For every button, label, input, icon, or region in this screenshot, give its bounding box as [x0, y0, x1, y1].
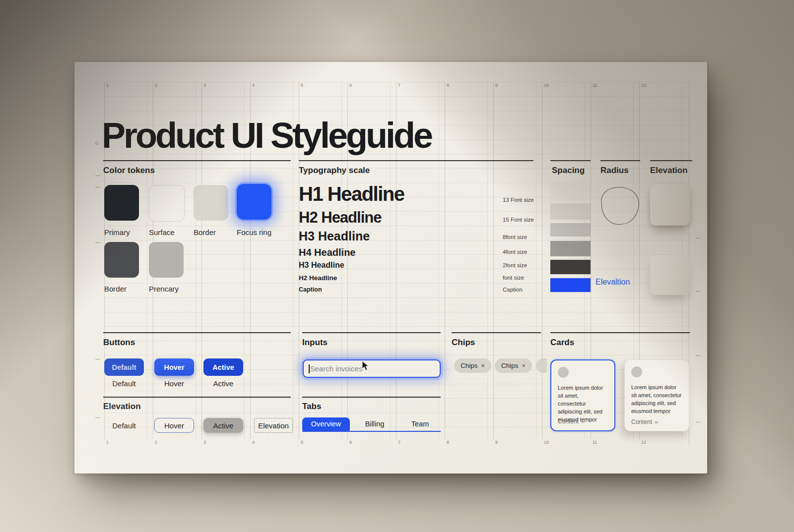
avatar	[558, 367, 569, 378]
ruler-tick	[696, 355, 700, 356]
section-rule	[302, 397, 441, 398]
elevation-card-specimen	[650, 184, 690, 226]
grid-column-number: 10	[544, 440, 549, 445]
section-heading-inputs: Inputs	[302, 338, 328, 347]
styleguide-board: 112233445566778899101011111212 Product U…	[74, 62, 707, 473]
type-specimen-h6: H2 Headline	[299, 275, 337, 282]
ruler-tick	[95, 359, 100, 359]
card-footer-link[interactable]: Content ∞	[631, 418, 659, 425]
card-stacked[interactable]: Lorem ipsum dolor sit amet, consectetur …	[624, 359, 689, 431]
grid-column: 88	[445, 82, 488, 439]
spacing-bar	[550, 181, 591, 201]
card-body-text: Lorem ipsum dolor sit amet, consectetur …	[631, 384, 682, 415]
ghost-button-active[interactable]: Active	[203, 418, 243, 433]
page-title: Product UI Styleguide	[102, 118, 431, 153]
swatch-border-light	[194, 185, 228, 221]
type-specimen-h5: H3 Headline	[299, 261, 344, 269]
grid-column-number: 6	[349, 440, 352, 445]
section-heading-tabs: Tabs	[302, 402, 321, 411]
section-rule	[600, 160, 640, 161]
ghost-button-hover[interactable]: Hover	[154, 418, 194, 433]
grid-column-number: 4	[252, 83, 255, 88]
ruler-tick	[95, 242, 100, 243]
elevation-card-specimen	[650, 255, 690, 295]
avatar	[631, 366, 642, 377]
grid-column-number: 8	[447, 440, 449, 445]
section-rule	[550, 332, 690, 333]
section-heading-cards: Cards	[550, 338, 574, 347]
search-placeholder: Search invoices	[310, 365, 363, 372]
tab-overview[interactable]: Overview	[302, 417, 350, 431]
type-specimen-h3: H3 Headline	[299, 230, 370, 242]
grid-column-number: 7	[398, 440, 400, 445]
section-heading-buttons: Buttons	[103, 338, 135, 347]
grid-column-number: 1	[106, 83, 109, 88]
spacing-bar-accent	[550, 278, 591, 292]
grid-column-number: 4	[252, 440, 255, 445]
spacing-bar	[550, 223, 591, 236]
section-rule	[550, 160, 591, 161]
text-caret	[309, 364, 310, 373]
swatch-label: Border	[104, 285, 127, 293]
tab-billing[interactable]: Billing	[350, 417, 399, 431]
button-active[interactable]: Active	[203, 358, 243, 376]
ruler-tick	[95, 417, 100, 418]
grid-column-number: 6	[349, 83, 352, 88]
swatch-label: Primary	[104, 229, 130, 236]
card-footer-link[interactable]: Content ∞	[558, 418, 585, 425]
section-rule	[299, 160, 533, 161]
section-heading-typography: Typography scale	[299, 166, 370, 175]
grid-column-number: 9	[495, 83, 498, 88]
swatch-border-dark	[104, 242, 139, 278]
type-size-label: 13 Font size	[503, 197, 534, 203]
section-rule	[302, 332, 441, 333]
chip[interactable]: Chips ×	[495, 358, 532, 373]
type-size-label: 8font size	[503, 235, 527, 240]
button-default[interactable]: Default	[104, 358, 144, 376]
chip[interactable]: Chips ×	[454, 358, 491, 373]
swatch-prencary	[149, 242, 184, 278]
spacing-bar	[550, 241, 591, 256]
chip-close-icon[interactable]: ×	[481, 362, 485, 369]
type-size-label: font size	[503, 275, 524, 281]
chip-label: Chips	[501, 362, 519, 369]
spacing-bar	[550, 260, 591, 274]
section-heading-elevation-states: Elevation	[103, 402, 141, 411]
type-size-label: 15 Font size	[503, 217, 534, 223]
swatch-label: Focus ring	[237, 229, 271, 236]
grid-column-number: 12	[641, 83, 646, 88]
swatch-focus-ring	[237, 184, 271, 220]
swatch-label: Border	[194, 229, 216, 236]
swatch-label: Surface	[149, 229, 175, 236]
button-hover[interactable]: Hover	[154, 358, 194, 376]
swatch-primary	[104, 185, 139, 221]
section-heading-chips: Chips	[452, 338, 475, 347]
ghost-button-elevation[interactable]: Elevation	[254, 418, 293, 433]
grid-column-number: 11	[593, 83, 597, 88]
section-heading-color-tokens: Color tokens	[103, 166, 155, 175]
ghost-button-default[interactable]: Default	[104, 418, 144, 433]
grid-column-number: 5	[301, 83, 303, 88]
ruler-tick	[95, 187, 100, 187]
section-rule	[103, 332, 291, 333]
grid-column-number: 9	[495, 440, 498, 445]
type-size-label: Caption	[503, 287, 523, 293]
link-icon: ∞	[655, 419, 659, 425]
grid-column-number: 2	[155, 440, 157, 445]
chip-partial	[536, 358, 547, 373]
type-size-label: 2font size	[503, 263, 527, 269]
chip-close-icon[interactable]: ×	[522, 362, 526, 369]
type-specimen-caption: Caption	[299, 287, 322, 293]
tab-team[interactable]: Team	[399, 417, 441, 431]
grid-column-number: 11	[593, 440, 597, 445]
search-input[interactable]: Search invoices	[303, 359, 441, 378]
section-rule	[103, 160, 291, 161]
grid-column-number: 3	[203, 440, 206, 445]
grid-column: 99	[493, 82, 536, 439]
ruler-tick	[696, 422, 700, 422]
card-focused[interactable]: Lorem ipsum dolor sit amet, consectetur …	[550, 359, 615, 431]
chip-label: Chips	[461, 362, 478, 369]
section-heading-spacing: Spacing	[552, 166, 585, 175]
ruler-tick	[696, 238, 700, 238]
section-heading-radius: Radius	[600, 166, 629, 175]
